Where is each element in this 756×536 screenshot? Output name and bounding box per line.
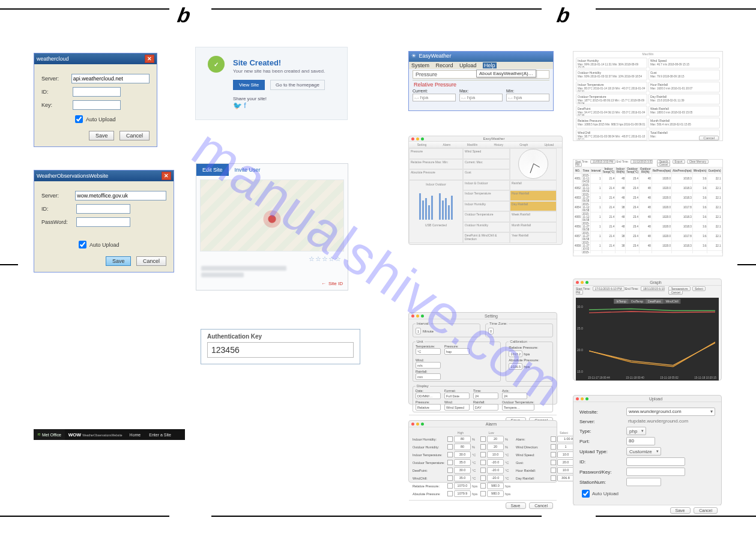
alarm-checkbox[interactable] <box>551 452 556 457</box>
alarm-lo-checkbox[interactable] <box>480 483 486 489</box>
wind-select[interactable]: Wind Speed <box>444 404 470 411</box>
wow-logo[interactable]: WOW WeatherObservationsWebsite <box>65 432 126 438</box>
alarm-hi-checkbox[interactable] <box>447 483 453 489</box>
cancel-button[interactable]: Cancel <box>668 290 683 295</box>
alarm-hi-input[interactable]: 35.0 <box>454 475 471 481</box>
nav-enter-site[interactable]: Enter a Site <box>145 433 175 437</box>
alarm-lo-checkbox[interactable] <box>480 452 486 457</box>
id-input[interactable] <box>73 87 121 97</box>
close-icon[interactable]: ✕ <box>145 55 154 63</box>
alarm-lo-checkbox[interactable] <box>480 491 486 496</box>
port-input[interactable]: 80 <box>626 437 655 445</box>
alarm-hi-checkbox[interactable] <box>447 444 453 450</box>
tab-history[interactable]: History <box>494 143 504 146</box>
alarm-lo-checkbox[interactable] <box>480 475 486 481</box>
alarm-lo-input[interactable]: 980.0 <box>487 490 504 497</box>
cancel-button[interactable]: Cancel <box>694 507 718 514</box>
tab-graph[interactable]: Graph <box>519 143 528 146</box>
table-row[interactable]: 49562015-11-27 06:58121.44823.4481020.01… <box>574 222 723 232</box>
view-site-button[interactable]: View Site <box>233 80 265 90</box>
alarm-hi-input[interactable]: 1070.0 <box>454 483 471 489</box>
alarm-lo-input[interactable]: 20 <box>487 444 504 450</box>
save-button[interactable]: Save <box>106 256 132 266</box>
tab-alarm[interactable]: Alarm <box>443 143 450 146</box>
alarm-input[interactable]: 10.0 <box>557 467 574 474</box>
otemp-select[interactable]: Tempera… <box>502 404 534 411</box>
alarm-lo-checkbox[interactable] <box>480 460 486 465</box>
alarm-lo-input[interactable]: -20.0 <box>487 459 504 466</box>
alarm-hi-checkbox[interactable] <box>447 460 453 465</box>
auto-upload-checkbox[interactable] <box>75 115 83 123</box>
graph-start-input[interactable]: 17/11/2015 6:10 PM <box>593 286 624 291</box>
temp-unit-select[interactable]: °C <box>416 348 441 355</box>
auth-key-value[interactable]: 123456 <box>207 342 354 358</box>
type-select[interactable]: php <box>626 427 646 435</box>
save-button[interactable]: Save <box>670 507 691 514</box>
metoffice-logo[interactable]: ≋ Met Office <box>34 429 65 440</box>
auto-upload-checkbox[interactable] <box>79 241 86 248</box>
menu-system[interactable]: System <box>411 62 429 68</box>
server-input[interactable] <box>75 191 166 200</box>
close-icon[interactable]: ✕ <box>162 172 171 180</box>
table-row[interactable]: 49542015-11-12 06:58121.43823.4481020.01… <box>574 203 723 212</box>
cancel-button[interactable]: Cancel <box>657 163 670 167</box>
tab-setting[interactable]: Setting <box>417 143 427 146</box>
alarm-lo-input[interactable]: -20.0 <box>487 475 504 481</box>
alarm-checkbox[interactable] <box>551 475 556 481</box>
menu-record[interactable]: Record <box>436 62 453 68</box>
date-select[interactable]: DD/MM/… <box>416 393 441 399</box>
wind-unit-select[interactable]: m/s <box>416 362 441 369</box>
abspressure-input[interactable]: 1026.5 <box>509 363 522 370</box>
alarm-input[interactable]: 10.0 <box>557 451 574 458</box>
start-time-input[interactable]: 11/0015 3:53 PM <box>590 160 615 164</box>
pressure-unit-select[interactable]: hap <box>444 348 470 355</box>
cancel-button[interactable]: Cancel <box>136 256 166 266</box>
alarm-hi-input[interactable]: 30.0 <box>454 467 471 474</box>
save-button[interactable]: Save <box>89 131 115 140</box>
alarm-lo-checkbox[interactable] <box>480 436 486 442</box>
alarm-checkbox[interactable] <box>551 460 556 465</box>
alarm-lo-input[interactable]: -20.0 <box>487 467 504 474</box>
tab-maxmin[interactable]: MaxMin <box>467 143 478 146</box>
export-button[interactable]: Export <box>673 160 685 164</box>
alarm-lo-input[interactable]: 10.0 <box>487 451 504 458</box>
format-select[interactable]: Full Date <box>444 393 470 399</box>
id-input[interactable] <box>626 457 685 466</box>
save-button[interactable]: Save <box>506 502 526 509</box>
alarm-hi-input[interactable]: 30.0 <box>454 451 471 458</box>
passwordkey-input[interactable] <box>626 468 685 476</box>
cancel-button[interactable]: Cancel <box>699 136 719 140</box>
tab-edit-site[interactable]: Edit Site <box>196 164 229 176</box>
facebook-icon[interactable]: f <box>244 101 251 109</box>
timezone-select[interactable]: 0 <box>488 328 494 334</box>
id-input[interactable] <box>76 204 130 214</box>
menu-help[interactable]: Help <box>483 62 497 68</box>
table-row[interactable]: 49512015-11-11 04:53121.44823.4481020.01… <box>574 174 723 184</box>
rainfall-unit-select[interactable]: mm <box>416 373 441 380</box>
table-row[interactable]: 49552015-11-12 06:58121.44823.4481020.01… <box>574 212 723 222</box>
twitter-icon[interactable]: 🐦 <box>233 101 240 109</box>
go-home-button[interactable]: Go to the homepage <box>270 80 325 90</box>
table-row[interactable]: 49522015-11-11 05:53121.44823.4481020.01… <box>574 184 723 193</box>
stationnum-input[interactable] <box>626 478 661 486</box>
alarm-hi-input[interactable]: 1079.9 <box>454 490 471 497</box>
cancel-button[interactable]: Cancel <box>529 502 553 509</box>
alarm-hi-input[interactable]: 80 <box>454 444 471 450</box>
site-map[interactable] <box>200 179 344 251</box>
axis-select[interactable]: 24 <box>502 393 527 399</box>
table-row[interactable]: 49572015-11-27 06:58121.43823.4481020.01… <box>574 232 723 241</box>
alarm-lo-input[interactable]: 980.0 <box>487 483 504 489</box>
alarm-input[interactable]: 1 <box>557 444 574 450</box>
nav-home[interactable]: Home <box>126 433 145 437</box>
press-select[interactable]: Relative <box>416 404 441 411</box>
menu-about-item[interactable]: About EasyWeather(A)… <box>476 70 536 77</box>
rain-select[interactable]: DAY <box>473 404 498 411</box>
uploadtype-select[interactable]: Customize <box>626 447 661 456</box>
interval-select[interactable]: 1 <box>416 328 421 334</box>
alarm-lo-checkbox[interactable] <box>480 468 486 473</box>
alarm-hi-checkbox[interactable] <box>447 468 453 473</box>
auto-upload-checkbox[interactable] <box>582 490 590 498</box>
alarm-hi-input[interactable]: 35.0 <box>454 459 471 466</box>
table-row[interactable]: 49592015-11-13 10:02121.43823.4481020.01… <box>574 251 723 254</box>
website-select[interactable]: www.wunderground.com ▾ <box>626 408 715 416</box>
